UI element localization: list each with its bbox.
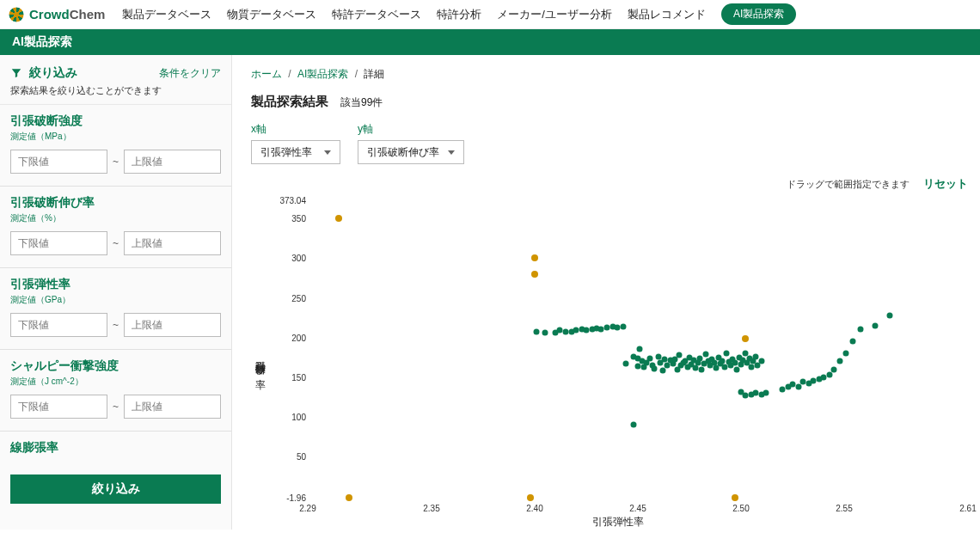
data-point[interactable] [573, 328, 579, 334]
data-point[interactable] [699, 366, 705, 372]
nav-item-recommend[interactable]: 製品レコメンド [628, 7, 706, 22]
data-point[interactable] [652, 365, 658, 371]
range-sep: ~ [113, 319, 119, 331]
data-point[interactable] [527, 494, 534, 501]
breadcrumb-mid[interactable]: AI製品探索 [297, 68, 348, 80]
data-point[interactable] [647, 355, 653, 361]
filter-unit: 測定値（MPa） [10, 131, 221, 143]
nav-item-maker-user[interactable]: メーカー/ユーザー分析 [497, 7, 612, 22]
top-nav: CrowdChem 製品データベース 物質データベース 特許データベース 特許分… [0, 0, 980, 29]
data-point[interactable] [563, 329, 569, 335]
data-point[interactable] [531, 271, 538, 278]
filter-title: 線膨張率 [10, 440, 221, 456]
x-tick: 2.45 [629, 504, 646, 513]
data-point[interactable] [637, 346, 643, 352]
data-point[interactable] [858, 327, 864, 333]
x-axis-value: 引張弾性率 [260, 145, 312, 160]
upper-input[interactable] [124, 150, 221, 174]
data-point[interactable] [703, 352, 709, 358]
data-point[interactable] [556, 328, 562, 334]
filter-group-tensile-strength: 引張破断強度 測定値（MPa） ~ [0, 105, 231, 187]
x-tick: 2.40 [526, 504, 542, 513]
data-point[interactable] [742, 393, 748, 399]
data-point[interactable] [821, 374, 827, 380]
data-point[interactable] [732, 360, 738, 366]
filter-title: 引張弾性率 [10, 277, 221, 292]
main-panel: ホーム / AI製品探索 / 詳細 製品探索結果 該当99件 x軸 引張弾性率 … [232, 55, 980, 530]
data-point[interactable] [622, 361, 628, 367]
data-point[interactable] [752, 390, 758, 396]
data-point[interactable] [742, 335, 749, 342]
upper-input[interactable] [124, 313, 221, 337]
reset-chart-link[interactable]: リセット [923, 176, 968, 192]
data-point[interactable] [621, 323, 627, 329]
filter-sidebar: 絞り込み 条件をクリア 探索結果を絞り込むことができます 引張破断強度 測定値（… [0, 55, 232, 530]
data-point[interactable] [759, 358, 765, 364]
x-axis-title: 引張弾性率 [268, 515, 968, 530]
lower-input[interactable] [10, 313, 107, 337]
data-point[interactable] [615, 324, 621, 330]
data-point[interactable] [843, 351, 849, 357]
data-point[interactable] [790, 382, 796, 388]
data-point[interactable] [780, 386, 786, 392]
data-point[interactable] [534, 329, 540, 335]
clear-filters-link[interactable]: 条件をクリア [159, 66, 221, 81]
data-point[interactable] [659, 368, 665, 374]
data-point[interactable] [346, 494, 352, 501]
page-title-bar: AI製品探索 [0, 29, 980, 55]
data-point[interactable] [604, 324, 610, 330]
lower-input[interactable] [10, 150, 107, 174]
data-point[interactable] [827, 372, 833, 378]
filter-title: 引張破断伸び率 [10, 195, 221, 211]
breadcrumb-leaf: 詳細 [364, 68, 384, 80]
data-point[interactable] [763, 390, 769, 396]
data-point[interactable] [724, 351, 730, 357]
nav-item-product-db[interactable]: 製品データベース [122, 7, 211, 22]
results-count: 該当99件 [340, 95, 383, 110]
data-point[interactable] [677, 352, 683, 358]
nav-item-patent-analysis[interactable]: 特許分析 [437, 7, 481, 22]
data-point[interactable] [886, 312, 892, 318]
y-tick: 350 [268, 214, 306, 223]
upper-input[interactable] [124, 231, 221, 255]
filter-title: 引張破断強度 [10, 113, 221, 129]
nav-item-substance-db[interactable]: 物質データベース [227, 7, 316, 22]
filter-unit: 測定値（%） [10, 212, 221, 224]
brand-logo[interactable]: CrowdChem [9, 7, 105, 22]
data-point[interactable] [732, 494, 738, 501]
nav-item-patent-db[interactable]: 特許データベース [332, 7, 421, 22]
apply-filters-button[interactable]: 絞り込み [10, 474, 221, 504]
scatter-plot[interactable]: -1.9650100150200250300350373.042.292.352… [268, 195, 968, 513]
data-point[interactable] [749, 364, 755, 370]
lower-input[interactable] [10, 231, 107, 255]
range-sep: ~ [113, 401, 119, 413]
data-point[interactable] [831, 366, 837, 372]
nav-pill-ai-search[interactable]: AI製品探索 [721, 3, 796, 25]
lower-input[interactable] [10, 395, 107, 419]
y-tick: 50 [268, 452, 306, 462]
breadcrumb-home[interactable]: ホーム [251, 68, 282, 80]
x-tick: 2.35 [423, 504, 439, 513]
filter-subtitle: 探索結果を絞り込むことができます [10, 84, 221, 97]
data-point[interactable] [800, 379, 806, 385]
data-point[interactable] [597, 327, 603, 333]
data-point[interactable] [811, 378, 817, 384]
x-axis-select[interactable]: 引張弾性率 [251, 140, 340, 164]
data-point[interactable] [531, 254, 538, 261]
data-point[interactable] [335, 215, 342, 222]
x-axis-label: x軸 [251, 122, 340, 137]
data-point[interactable] [873, 322, 879, 328]
data-point[interactable] [656, 353, 662, 359]
data-point[interactable] [631, 422, 637, 428]
data-point[interactable] [837, 358, 843, 364]
data-point[interactable] [849, 339, 855, 345]
data-point[interactable] [584, 328, 590, 334]
filter-unit: 測定値（GPa） [10, 294, 221, 306]
upper-input[interactable] [124, 395, 221, 419]
y-tick: 150 [268, 372, 306, 382]
filter-group-elongation: 引張破断伸び率 測定値（%） ~ [0, 187, 231, 268]
data-point[interactable] [542, 330, 548, 336]
y-axis-select[interactable]: 引張破断伸び率 [358, 140, 464, 164]
data-point[interactable] [752, 353, 758, 359]
y-tick: 300 [268, 254, 306, 263]
